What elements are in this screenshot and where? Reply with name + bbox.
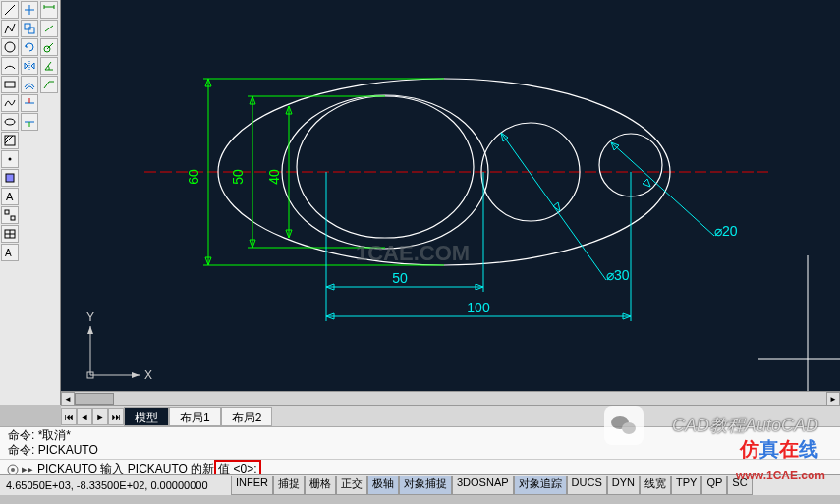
watermark-brand: 仿真在线: [740, 436, 818, 463]
svg-text:X: X: [144, 368, 152, 382]
left-toolbars: A A: [0, 0, 61, 405]
draw-toolbar: A A: [0, 0, 20, 405]
inner-ellipse-2: [297, 96, 474, 238]
status-ducs[interactable]: DUCS: [567, 476, 607, 495]
svg-line-48: [611, 142, 714, 236]
cmd-hist-2: PICKAUTO: [38, 443, 98, 457]
dim-linear-tool[interactable]: [40, 1, 58, 19]
status-osnap[interactable]: 对象捕捉: [399, 476, 452, 495]
dim-toolbar: [39, 0, 59, 405]
status-grid[interactable]: 栅格: [305, 476, 336, 495]
svg-point-56: [11, 468, 15, 472]
tab-model[interactable]: 模型: [124, 407, 169, 426]
svg-text:A: A: [5, 248, 12, 258]
trim-tool[interactable]: [21, 94, 38, 112]
svg-line-5: [5, 136, 9, 140]
leader-tool[interactable]: [40, 76, 58, 93]
status-infer[interactable]: INFER: [231, 476, 273, 495]
mtext-tool[interactable]: A: [1, 244, 19, 261]
table-tool[interactable]: [1, 225, 19, 243]
drawing-canvas[interactable]: 60 50 40 50 100: [61, 0, 840, 405]
svg-point-1: [5, 42, 15, 52]
svg-rect-16: [25, 24, 30, 29]
rectangle-tool[interactable]: [1, 76, 19, 93]
dim-d30: ⌀30: [501, 133, 630, 283]
scroll-left-btn[interactable]: ◄: [61, 392, 75, 406]
arc-tool[interactable]: [1, 57, 19, 75]
status-toggles: INFER 捕捉 栅格 正交 极轴 对象捕捉 3DOSNAP 对象追踪 DUCS…: [231, 476, 753, 495]
svg-rect-17: [28, 28, 34, 33]
tab-layout2[interactable]: 布局2: [221, 407, 273, 426]
status-dyn[interactable]: DYN: [607, 476, 640, 495]
point-tool[interactable]: [1, 150, 19, 168]
offset-tool[interactable]: [21, 76, 38, 93]
scroll-right-btn[interactable]: ►: [826, 392, 840, 406]
status-tpy[interactable]: TPY: [671, 476, 701, 495]
canvas-scrollbar-h[interactable]: ◄ ►: [61, 391, 840, 405]
insert-tool[interactable]: [1, 206, 19, 224]
status-3dosnap[interactable]: 3DOSNAP: [452, 476, 514, 495]
scroll-thumb[interactable]: [75, 393, 114, 405]
dim-radius-tool[interactable]: [40, 38, 58, 56]
status-snap[interactable]: 捕捉: [273, 476, 305, 495]
status-otrack[interactable]: 对象追踪: [514, 476, 567, 495]
cmd-label: 命令:: [8, 443, 34, 457]
cmd-hist-1: *取消*: [38, 428, 71, 442]
tab-prev-btn[interactable]: ◄: [77, 408, 92, 425]
canvas-watermark: 1CAE.COM: [356, 241, 470, 265]
wechat-icon: [604, 406, 644, 445]
svg-text:⌀20: ⌀20: [714, 223, 738, 239]
svg-point-3: [5, 119, 15, 125]
extend-tool[interactable]: [21, 113, 38, 131]
move-tool[interactable]: [21, 1, 38, 19]
ellipse-tool[interactable]: [1, 113, 19, 131]
tab-last-btn[interactable]: ⏭: [108, 408, 124, 425]
svg-point-58: [622, 422, 636, 434]
svg-line-25: [45, 26, 53, 31]
cmd-label: 命令:: [8, 428, 34, 442]
rotate-tool[interactable]: [21, 38, 38, 56]
svg-rect-11: [11, 216, 15, 220]
svg-text:A: A: [6, 191, 14, 202]
dim-angle-tool[interactable]: [40, 57, 58, 75]
status-ortho[interactable]: 正交: [336, 476, 367, 495]
svg-rect-10: [5, 210, 9, 214]
svg-text:40: 40: [266, 169, 282, 185]
status-lwt[interactable]: 线宽: [640, 476, 671, 495]
tab-next-btn[interactable]: ►: [92, 408, 108, 425]
region-tool[interactable]: [1, 169, 19, 187]
svg-text:60: 60: [186, 169, 201, 185]
tab-first-btn[interactable]: ⏮: [61, 408, 77, 425]
watermark-tutorial: CAD教程AutoCAD: [672, 414, 818, 437]
svg-text:Y: Y: [86, 310, 94, 324]
svg-text:100: 100: [467, 300, 490, 315]
polyline-tool[interactable]: [1, 20, 19, 37]
copy-tool[interactable]: [21, 20, 38, 37]
svg-rect-4: [5, 136, 15, 145]
svg-text:⌀30: ⌀30: [606, 267, 630, 283]
ucs-icon: X Y: [86, 310, 152, 382]
watermark-url: www.1CAE.com: [736, 469, 825, 482]
svg-text:50: 50: [230, 169, 246, 185]
spline-tool[interactable]: [1, 94, 19, 112]
hatch-tool[interactable]: [1, 132, 19, 149]
svg-line-6: [5, 136, 13, 143]
svg-rect-8: [6, 174, 14, 182]
mirror-tool[interactable]: [21, 57, 38, 75]
svg-text:50: 50: [392, 270, 408, 286]
line-tool[interactable]: [1, 1, 19, 19]
svg-rect-2: [5, 82, 15, 87]
modify-toolbar: [20, 0, 39, 405]
svg-line-0: [5, 5, 15, 15]
circle-tool[interactable]: [1, 38, 19, 56]
status-bar: 4.65050E+03, -8.33500E+02, 0.00000000 IN…: [0, 474, 840, 495]
status-qp[interactable]: QP: [701, 476, 727, 495]
svg-point-7: [9, 158, 12, 161]
status-coords: 4.65050E+03, -8.33500E+02, 0.00000000: [0, 479, 231, 491]
tab-layout1[interactable]: 布局1: [169, 407, 221, 426]
text-tool[interactable]: A: [1, 188, 19, 205]
drawing-svg: 60 50 40 50 100: [61, 0, 840, 405]
dim-aligned-tool[interactable]: [40, 20, 58, 37]
status-polar[interactable]: 极轴: [367, 476, 399, 495]
